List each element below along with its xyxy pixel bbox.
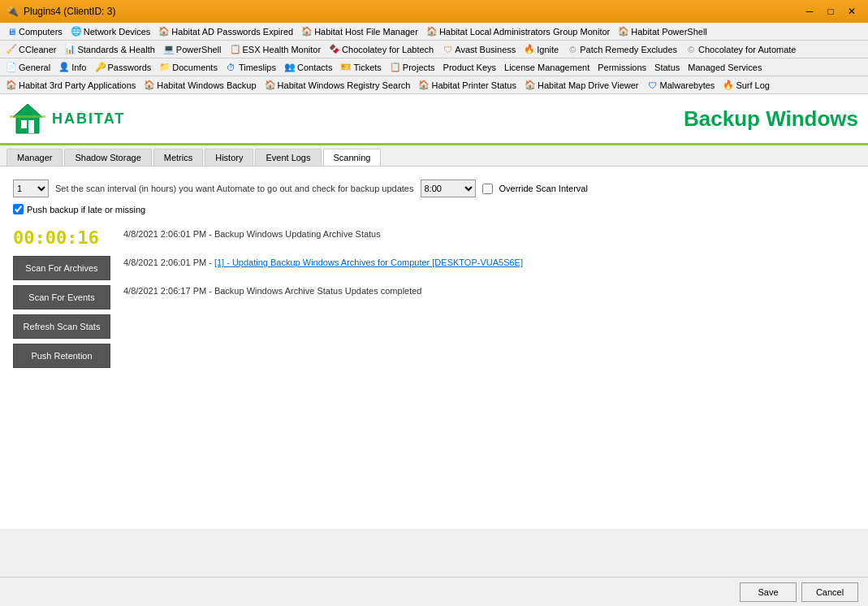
- menu-habitat-3rd-party[interactable]: 🏠 Habitat 3rd Party Applications: [2, 78, 140, 93]
- svg-rect-2: [28, 120, 34, 133]
- maximize-button[interactable]: □: [821, 4, 840, 19]
- menu-malwarebytes[interactable]: 🛡 Malwarebytes: [643, 78, 719, 93]
- push-backup-checkbox[interactable]: [13, 204, 24, 214]
- tickets-icon: 🎫: [340, 62, 352, 73]
- app-logo: HABITAT: [10, 101, 125, 136]
- menu-projects[interactable]: 📋 Projects: [386, 60, 439, 75]
- menu-info[interactable]: 👤 Info: [54, 60, 90, 75]
- chocolatey-automate-icon: ©: [685, 44, 697, 55]
- main-content: 1 2 4 8 12 24 Set the scan interval (in …: [0, 167, 868, 529]
- tab-manager[interactable]: Manager: [6, 149, 63, 166]
- habitat-host-icon: 🏠: [301, 26, 313, 37]
- menu-surf-log[interactable]: 🔥 Surf Log: [719, 78, 774, 93]
- close-button[interactable]: ✕: [842, 4, 862, 19]
- timeslips-icon: ⏱: [226, 62, 237, 73]
- title-bar-controls: ─ □ ✕: [800, 4, 862, 19]
- save-button[interactable]: Save: [740, 582, 797, 602]
- habitat-logo: [10, 101, 45, 136]
- ignite-icon: 🔥: [524, 44, 535, 55]
- habitat-windows-backup-icon: 🏠: [144, 80, 155, 91]
- menu-ignite[interactable]: 🔥 Ignite: [520, 42, 563, 57]
- menu-status[interactable]: Status: [650, 61, 684, 74]
- menu-esx[interactable]: 📋 ESX Health Monitor: [226, 42, 326, 57]
- menu-bar-1: 🖥 Computers 🌐 Network Devices 🏠 Habitat …: [0, 23, 868, 41]
- log-line-3: 4/8/2021 2:06:17 PM - Backup Windows Arc…: [123, 284, 855, 299]
- log-line-2-prefix: 4/8/2021 2:06:01 PM -: [123, 258, 214, 267]
- powershell-icon: 💻: [163, 44, 175, 55]
- habitat-powershell-icon: 🏠: [618, 26, 629, 37]
- menu-habitat-ad[interactable]: 🏠 Habitat AD Passwords Expired: [154, 24, 297, 39]
- tab-shadow-storage[interactable]: Shadow Storage: [64, 149, 151, 166]
- log-line-2-link[interactable]: [1] - Updating Backup Windows Archives f…: [214, 258, 523, 267]
- log-panel: 4/8/2021 2:06:01 PM - Backup Windows Upd…: [123, 227, 855, 368]
- title-bar: 🔌 Plugins4 (ClientID: 3) ─ □ ✕: [0, 0, 868, 23]
- refresh-scan-stats-button[interactable]: Refresh Scan Stats: [13, 314, 110, 339]
- menu-habitat-printer[interactable]: 🏠 Habitat Printer Status: [414, 78, 520, 93]
- svg-marker-0: [13, 104, 42, 133]
- menu-habitat-registry[interactable]: 🏠 Habitat Windows Registry Search: [261, 78, 415, 93]
- menu-chocolatey-lab[interactable]: 🍫 Chocolatey for Labtech: [325, 42, 438, 57]
- malwarebytes-icon: 🛡: [647, 80, 659, 91]
- menu-avast[interactable]: 🛡 Avast Business: [438, 42, 520, 57]
- menu-tickets[interactable]: 🎫 Tickets: [336, 60, 385, 75]
- bottom-bar: Save Cancel: [0, 577, 868, 606]
- habitat-printer-icon: 🏠: [418, 80, 430, 91]
- minimize-button[interactable]: ─: [800, 4, 819, 19]
- menu-computers[interactable]: 🖥 Computers: [2, 24, 67, 39]
- tab-metrics[interactable]: Metrics: [153, 149, 203, 166]
- override-scan-checkbox[interactable]: [482, 184, 493, 194]
- scan-archives-button[interactable]: Scan For Archives: [13, 256, 110, 280]
- network-devices-icon: 🌐: [71, 26, 82, 37]
- scan-interval-select[interactable]: 1 2 4 8 12 24: [13, 180, 49, 197]
- svg-rect-1: [21, 120, 27, 128]
- menu-timeslips[interactable]: ⏱ Timeslips: [222, 60, 280, 75]
- log-line-2: 4/8/2021 2:06:01 PM - [1] - Updating Bac…: [123, 256, 855, 271]
- tab-event-logs[interactable]: Event Logs: [255, 149, 321, 166]
- passwords-icon: 🔑: [95, 62, 106, 73]
- scan-time-select[interactable]: 8:00 9:00 10:00: [421, 180, 476, 197]
- avast-icon: 🛡: [442, 44, 453, 55]
- menu-network-devices[interactable]: 🌐 Network Devices: [67, 24, 155, 39]
- tab-scanning[interactable]: Scanning: [323, 149, 382, 166]
- title-bar-left: 🔌 Plugins4 (ClientID: 3): [6, 6, 115, 17]
- general-icon: 📄: [6, 62, 17, 73]
- menu-documents[interactable]: 📁 Documents: [155, 60, 222, 75]
- log-line-1: 4/8/2021 2:06:01 PM - Backup Windows Upd…: [123, 227, 855, 242]
- menu-powershell[interactable]: 💻 PowerShell: [159, 42, 226, 57]
- menu-habitat-local-admin[interactable]: 🏠 Habitat Local Administrators Group Mon…: [422, 24, 614, 39]
- menu-product-keys[interactable]: Product Keys: [439, 61, 500, 74]
- menu-managed-services[interactable]: Managed Services: [684, 61, 766, 74]
- menu-chocolatey-automate[interactable]: © Chocolatey for Automate: [681, 42, 800, 57]
- logo-text: HABITAT: [52, 110, 125, 128]
- habitat-registry-icon: 🏠: [265, 80, 276, 91]
- habitat-ad-icon: 🏠: [158, 26, 170, 37]
- scan-interval-row: 1 2 4 8 12 24 Set the scan interval (in …: [13, 180, 855, 197]
- app-icon: 🔌: [6, 6, 19, 17]
- cancel-button[interactable]: Cancel: [801, 582, 858, 602]
- page-title: Backup Windows: [684, 106, 858, 132]
- projects-icon: 📋: [390, 62, 401, 73]
- menu-contacts[interactable]: 👥 Contacts: [280, 60, 336, 75]
- menu-bar-4: 🏠 Habitat 3rd Party Applications 🏠 Habit…: [0, 76, 868, 94]
- scan-interval-label: Set the scan interval (in hours) you wan…: [55, 184, 414, 193]
- surf-log-icon: 🔥: [723, 80, 734, 91]
- menu-habitat-windows-backup[interactable]: 🏠 Habitat Windows Backup: [140, 78, 260, 93]
- svg-rect-3: [10, 115, 45, 118]
- menu-general[interactable]: 📄 General: [2, 60, 54, 75]
- menu-habitat-host[interactable]: 🏠 Habitat Host File Manager: [297, 24, 422, 39]
- scan-events-button[interactable]: Scan For Events: [13, 285, 110, 309]
- left-panel: 00:00:16 Scan For Archives Scan For Even…: [13, 227, 110, 368]
- contacts-icon: 👥: [284, 62, 296, 73]
- menu-patch-remedy[interactable]: © Patch Remedy Excludes: [563, 42, 681, 57]
- menu-permissions[interactable]: Permissions: [594, 61, 650, 74]
- menu-passwords[interactable]: 🔑 Passwords: [91, 60, 156, 75]
- scan-content-area: 00:00:16 Scan For Archives Scan For Even…: [13, 227, 855, 368]
- override-scan-label: Override Scan Interval: [499, 184, 588, 193]
- menu-habitat-powershell[interactable]: 🏠 Habitat PowerShell: [614, 24, 711, 39]
- push-retention-button[interactable]: Push Retention: [13, 344, 110, 368]
- menu-standards-health[interactable]: 📊 Standards & Health: [60, 42, 158, 57]
- menu-ccleaner[interactable]: 🧹 CCleaner: [2, 42, 60, 57]
- tab-history[interactable]: History: [205, 149, 253, 166]
- menu-habitat-map-drive[interactable]: 🏠 Habitat Map Drive Viewer: [520, 78, 643, 93]
- menu-license-mgmt[interactable]: License Management: [500, 61, 594, 74]
